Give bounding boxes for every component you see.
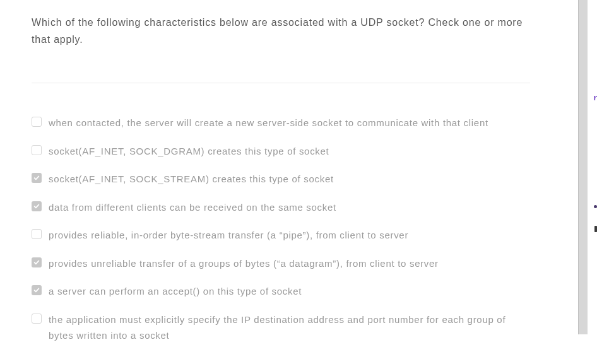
option-row: socket(AF_INET, SOCK_DGRAM) creates this… [32,143,530,160]
option-text: socket(AF_INET, SOCK_STREAM) creates thi… [49,171,530,187]
side-glyph: r [593,91,597,100]
option-row: data from different clients can be recei… [32,199,530,216]
option-text: a server can perform an accept() on this… [49,283,530,300]
side-dot [594,205,597,208]
right-margin: r [588,0,597,364]
checkbox[interactable] [32,314,42,324]
checkbox[interactable] [32,285,42,295]
option-text: provides unreliable transfer of a groups… [49,255,530,272]
option-text: provides reliable, in-order byte-stream … [49,227,530,244]
option-text: the application must explicitly specify … [49,312,530,344]
option-text: when contacted, the server will create a… [49,115,530,131]
checkbox[interactable] [32,173,42,183]
checkbox[interactable] [32,117,42,127]
option-row: socket(AF_INET, SOCK_STREAM) creates thi… [32,171,530,187]
page: Which of the following characteristics b… [0,0,597,364]
option-row: provides reliable, in-order byte-stream … [32,227,530,244]
option-text: data from different clients can be recei… [49,199,530,216]
divider [32,83,530,83]
option-row: provides unreliable transfer of a groups… [32,255,530,272]
scrollbar[interactable] [578,0,588,334]
content-area: Which of the following characteristics b… [32,14,530,356]
question-text: Which of the following characteristics b… [32,14,530,48]
option-row: a server can perform an accept() on this… [32,283,530,300]
checkbox[interactable] [32,145,42,155]
option-text: socket(AF_INET, SOCK_DGRAM) creates this… [49,143,530,160]
side-mark [594,226,597,232]
option-row: when contacted, the server will create a… [32,115,530,131]
checkbox[interactable] [32,201,42,211]
checkbox[interactable] [32,257,42,267]
checkbox[interactable] [32,229,42,239]
option-row: the application must explicitly specify … [32,312,530,344]
options-list: when contacted, the server will create a… [32,115,530,356]
